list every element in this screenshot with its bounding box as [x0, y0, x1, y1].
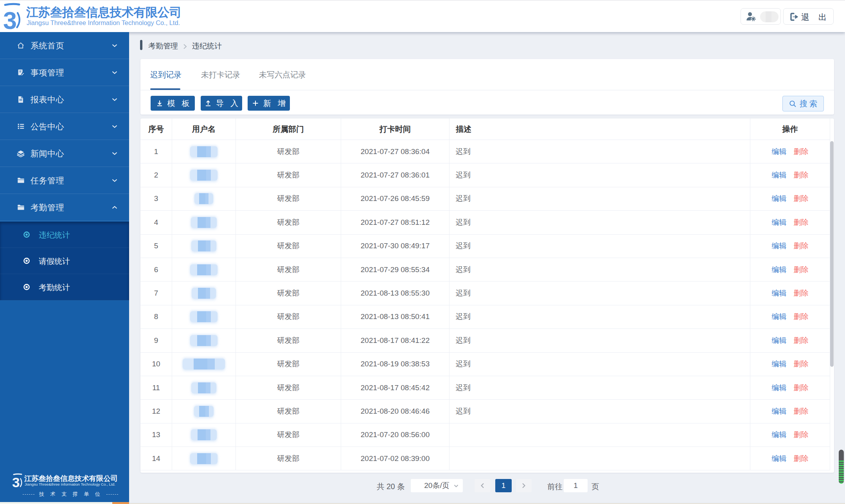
svg-text:3: 3 [12, 475, 20, 489]
svg-text:3: 3 [3, 7, 17, 31]
